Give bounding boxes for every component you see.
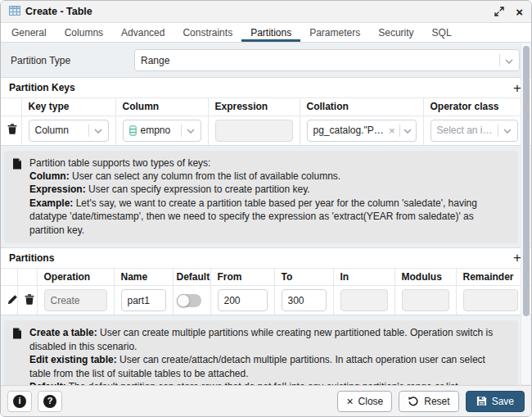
partition-keys-info: Partition table supports two types of ke… (4, 151, 518, 243)
operation-input[interactable] (44, 289, 107, 311)
col-header-from: From (210, 269, 274, 286)
col-header-default: Default (173, 269, 210, 286)
info-icon: i (13, 395, 26, 408)
close-x-icon: × (346, 396, 353, 407)
key-type-value: Column (35, 125, 69, 136)
column-select[interactable]: empno (123, 120, 201, 142)
tab-parameters[interactable]: Parameters (300, 23, 369, 42)
save-icon (476, 396, 487, 406)
col-header-to: To (274, 269, 333, 286)
tab-security[interactable]: Security (369, 23, 422, 42)
tab-sql[interactable]: SQL (423, 23, 461, 42)
partitions-grid: Operation Name Default From To In Modulu… (1, 269, 531, 315)
titlebar: Create - Table × (1, 1, 531, 23)
partition-type-value: Range (141, 55, 169, 66)
col-header-in: In (333, 269, 394, 286)
info-line: Default: The default partition can store… (29, 380, 508, 385)
dialog-title: Create - Table (25, 6, 92, 17)
operator-class-placeholder: Select an item... (437, 125, 494, 136)
partition-row (1, 286, 531, 315)
info-line: Partition table supports two types of ke… (29, 156, 508, 170)
reset-icon (408, 396, 419, 407)
remainder-input[interactable] (463, 289, 519, 311)
document-icon (12, 326, 23, 385)
in-input[interactable] (340, 289, 388, 311)
partition-name-input[interactable] (121, 289, 166, 311)
tab-general[interactable]: General (2, 23, 56, 42)
close-button-label: Close (358, 396, 384, 407)
default-toggle[interactable] (177, 294, 201, 307)
tab-advanced[interactable]: Advanced (112, 23, 174, 42)
close-icon[interactable]: × (516, 6, 523, 18)
col-header-name: Name (114, 269, 173, 286)
column-value: empno (141, 125, 171, 136)
create-table-dialog: Create - Table × General Columns Advance… (0, 0, 532, 417)
partition-keys-panel: Partition Keys + Key type Column Express… (1, 77, 531, 146)
close-button[interactable]: × Close (337, 391, 392, 412)
partition-type-label: Partition Type (11, 55, 134, 66)
chevron-down-icon (503, 125, 512, 136)
document-icon (12, 156, 23, 237)
partitions-panel: Partitions + Operation Name Default From… (1, 247, 531, 316)
partitions-tab-content: Partition Type Range Partition Keys + (1, 43, 531, 385)
partition-key-row: Column (1, 116, 531, 145)
to-input[interactable] (282, 289, 327, 311)
tab-constraints[interactable]: Constraints (174, 23, 241, 42)
reset-button[interactable]: Reset (399, 391, 458, 412)
expression-input[interactable] (215, 120, 293, 142)
partitions-info: Create a table: User can create multiple… (4, 320, 518, 385)
key-type-select[interactable]: Column (29, 120, 109, 142)
dialog-help-button[interactable]: ? (38, 391, 62, 412)
edit-row-icon[interactable] (7, 296, 17, 307)
collation-value: pg_catalog."POSIX" (313, 125, 384, 136)
reset-button-label: Reset (424, 396, 449, 407)
save-button-label: Save (492, 396, 514, 407)
column-icon (129, 125, 137, 136)
chevron-down-icon (505, 55, 513, 66)
expand-icon[interactable] (494, 7, 504, 16)
delete-row-icon[interactable] (7, 125, 17, 137)
tab-bar: General Columns Advanced Constraints Par… (1, 23, 531, 43)
partition-keys-header-row: Key type Column Expression Collation Ope… (1, 98, 531, 116)
partition-keys-grid: Key type Column Expression Collation Ope… (1, 98, 531, 145)
modulus-input[interactable] (402, 289, 449, 311)
col-header-key-type: Key type (21, 98, 115, 116)
chevron-down-icon (187, 125, 195, 136)
scrollbar-thumb[interactable] (523, 46, 530, 316)
partition-keys-header: Partition Keys + (1, 78, 531, 98)
partition-type-select[interactable]: Range (134, 49, 520, 71)
partitions-info-text: Create a table: User can create multiple… (29, 326, 508, 385)
from-input[interactable] (218, 289, 268, 311)
col-header-column: Column (115, 98, 208, 116)
tab-partitions[interactable]: Partitions (241, 23, 300, 42)
partitions-title: Partitions (9, 252, 54, 264)
tab-columns[interactable]: Columns (56, 23, 112, 42)
save-button[interactable]: Save (466, 391, 525, 412)
info-line: Create a table: User can create multiple… (29, 326, 508, 353)
vertical-scrollbar[interactable] (521, 43, 530, 384)
col-header-collation: Collation (300, 98, 423, 116)
table-icon (9, 6, 20, 18)
col-header-operation: Operation (37, 269, 114, 286)
info-line: Column: User can select any column from … (29, 170, 508, 183)
partition-type-row: Partition Type Range (1, 43, 531, 77)
info-line: Example: Let's say, we want to create a … (29, 197, 508, 237)
collation-select[interactable]: pg_catalog."POSIX" × (307, 120, 417, 142)
partitions-header: Partitions + (1, 248, 531, 269)
footer: i ? × Close Reset (1, 385, 531, 416)
col-header-expression: Expression (208, 98, 300, 116)
partitions-header-row: Operation Name Default From To In Modulu… (1, 269, 531, 286)
partition-keys-info-text: Partition table supports two types of ke… (29, 156, 508, 237)
col-header-modulus: Modulus (394, 269, 456, 286)
chevron-down-icon (404, 125, 412, 136)
delete-row-icon[interactable] (25, 296, 34, 307)
col-header-operator-class: Operator class (423, 98, 531, 116)
sql-help-button[interactable]: i (7, 391, 32, 412)
question-icon: ? (43, 395, 56, 408)
info-line: Expression: User can specify expression … (29, 183, 508, 196)
operator-class-select[interactable]: Select an item... (431, 120, 519, 142)
info-line: Edit existing table: User can create/att… (29, 353, 508, 380)
partition-keys-title: Partition Keys (9, 82, 75, 93)
clear-collation-icon[interactable]: × (389, 125, 395, 136)
chevron-down-icon (94, 125, 102, 136)
